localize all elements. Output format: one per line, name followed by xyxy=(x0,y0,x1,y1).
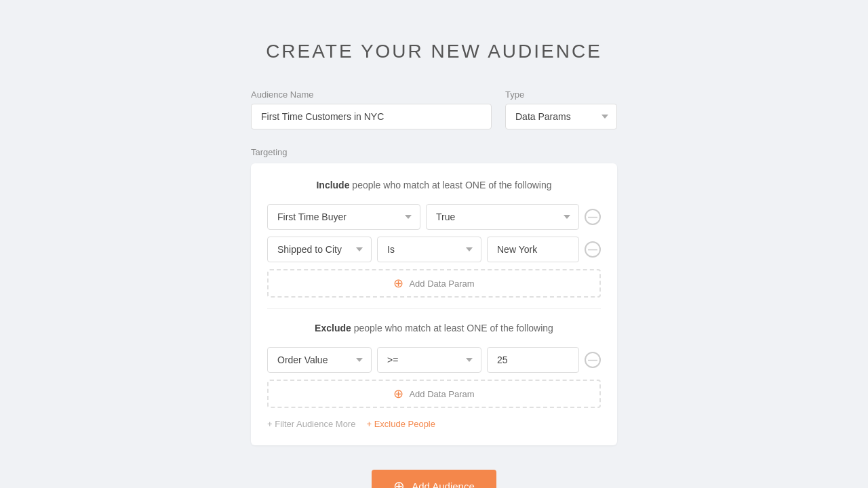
include-remove-btn-1[interactable]: — xyxy=(585,209,601,225)
audience-name-label: Audience Name xyxy=(251,89,492,100)
include-add-param-button[interactable]: ⊕ Add Data Param xyxy=(267,269,601,298)
include-operator-select-1[interactable]: True False Is >= <= xyxy=(426,204,579,230)
type-group: Type Data Params Segment List xyxy=(505,89,617,129)
page-container: CREATE YOUR NEW AUDIENCE Audience Name T… xyxy=(0,27,868,488)
include-value-input-2[interactable] xyxy=(487,237,579,262)
targeting-label-container: Targeting xyxy=(251,146,617,158)
include-operator-select-2[interactable]: Is Is Not Contains xyxy=(377,237,481,262)
exclude-field-select-1[interactable]: Order Value First Time Buyer Shipped to … xyxy=(267,347,372,373)
page-title: CREATE YOUR NEW AUDIENCE xyxy=(266,41,602,62)
footer-links: + Filter Audience More + Exclude People xyxy=(267,419,601,429)
include-remove-btn-2[interactable]: — xyxy=(585,241,601,258)
targeting-label: Targeting xyxy=(251,147,287,157)
include-header: Include people who match at least ONE of… xyxy=(267,180,601,190)
type-label: Type xyxy=(505,89,617,100)
include-add-param-icon: ⊕ xyxy=(393,277,403,289)
include-field-select-1[interactable]: First Time Buyer Shipped to City Order V… xyxy=(267,204,420,230)
targeting-card: Include people who match at least ONE of… xyxy=(251,163,617,445)
include-section: Include people who match at least ONE of… xyxy=(267,180,601,298)
exclude-remove-btn-1[interactable]: — xyxy=(585,352,601,368)
exclude-people-link[interactable]: + Exclude People xyxy=(366,419,435,429)
exclude-value-input-1[interactable] xyxy=(487,347,579,373)
exclude-header: Exclude people who match at least ONE of… xyxy=(267,323,601,333)
include-row-1: First Time Buyer Shipped to City Order V… xyxy=(267,204,601,230)
add-audience-icon: ⊕ xyxy=(393,479,405,488)
exclude-operator-select-1[interactable]: >= <= = > < xyxy=(377,347,481,373)
exclude-row-1: Order Value First Time Buyer Shipped to … xyxy=(267,347,601,373)
audience-name-group: Audience Name xyxy=(251,89,492,129)
exclude-prefix: Exclude xyxy=(315,323,351,333)
include-prefix: Include xyxy=(316,180,349,190)
audience-form-row: Audience Name Type Data Params Segment L… xyxy=(251,89,617,129)
section-divider xyxy=(267,308,601,309)
filter-audience-more-link[interactable]: + Filter Audience More xyxy=(267,419,355,429)
include-add-param-label: Add Data Param xyxy=(409,279,474,289)
exclude-suffix: people who match at least ONE of the fol… xyxy=(354,323,553,333)
add-audience-button[interactable]: ⊕ Add Audience xyxy=(372,470,496,488)
include-suffix: people who match at least ONE of the fol… xyxy=(352,180,551,190)
exclude-add-param-button[interactable]: ⊕ Add Data Param xyxy=(267,380,601,408)
exclude-add-param-label: Add Data Param xyxy=(409,389,474,399)
include-field-select-2[interactable]: Shipped to City First Time Buyer Order V… xyxy=(267,237,372,262)
type-select[interactable]: Data Params Segment List xyxy=(505,104,617,129)
audience-name-input[interactable] xyxy=(251,104,492,129)
add-audience-label: Add Audience xyxy=(412,481,475,489)
exclude-add-param-icon: ⊕ xyxy=(393,388,403,400)
exclude-section: Exclude people who match at least ONE of… xyxy=(267,323,601,408)
include-row-2: Shipped to City First Time Buyer Order V… xyxy=(267,237,601,262)
